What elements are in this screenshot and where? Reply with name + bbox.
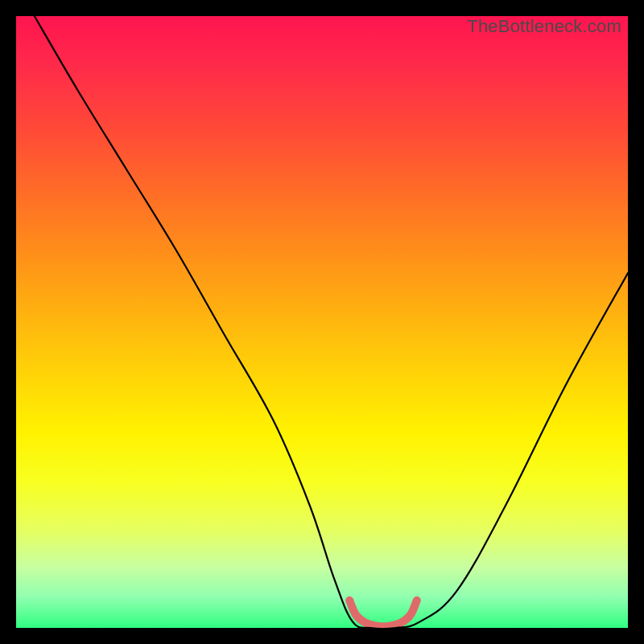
- plot-area: TheBottleneck.com: [16, 16, 628, 628]
- chart-frame: TheBottleneck.com: [0, 0, 644, 644]
- bottleneck-curve: [35, 16, 628, 628]
- chart-svg: [16, 16, 628, 628]
- optimal-zone-marker: [349, 601, 417, 627]
